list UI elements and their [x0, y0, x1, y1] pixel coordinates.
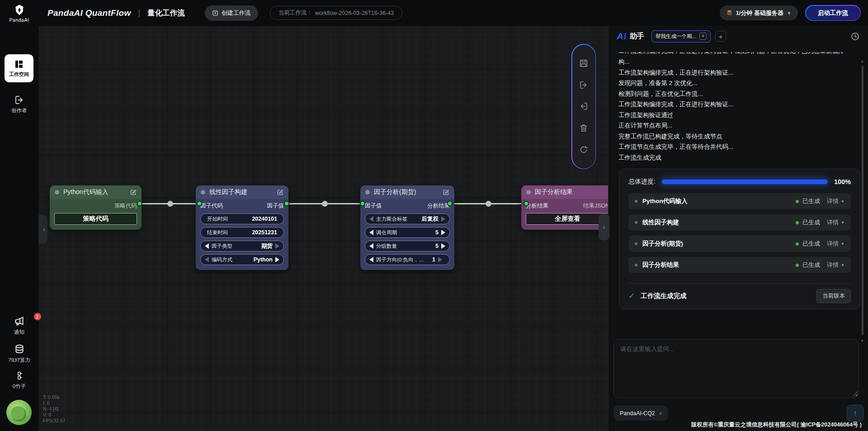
port-in-node4[interactable] [524, 201, 529, 206]
log-line: 正在计算节点布局... [618, 120, 844, 131]
arrow-right-icon[interactable] [441, 216, 445, 222]
app: PandaAI PandaAI QuantFlow | 量化工作流 创建工作流 … [0, 0, 868, 431]
progress-bar [662, 180, 828, 184]
node-header[interactable]: 因子分析结果 [521, 185, 614, 199]
edit-icon[interactable] [277, 189, 283, 196]
status-dot-icon [796, 221, 799, 224]
right-panel-expander[interactable]: › [599, 213, 609, 241]
start-workflow-button[interactable]: 启动工作流 [805, 5, 861, 21]
arrow-left-icon[interactable] [205, 257, 209, 262]
port-out-node2[interactable] [284, 201, 289, 206]
param-value: 5 [435, 243, 439, 249]
param-end-date[interactable]: 结束时间 20251231 [200, 227, 284, 238]
port-in-node3[interactable] [360, 201, 365, 206]
brand-divider: | [138, 8, 141, 18]
output-port-label: 因子值 [267, 202, 284, 210]
arrow-left-icon[interactable] [205, 243, 209, 249]
node-title: 因子分析(期货) [374, 188, 439, 196]
node-status-row: 线性因子构建 已生成 详情▼ [628, 214, 851, 231]
port-out-node3[interactable] [447, 201, 453, 206]
node-status-dot [55, 190, 59, 194]
param-label: 结束时间 [207, 229, 249, 236]
arrow-right-icon[interactable] [438, 257, 442, 262]
conversation-tab[interactable]: 帮我生成一个期... ✕ [651, 30, 711, 43]
refresh-button[interactable] [578, 144, 589, 155]
send-button[interactable]: ↑ [847, 405, 863, 422]
arrow-left-icon[interactable] [369, 243, 373, 249]
detail-button[interactable]: 详情▼ [827, 218, 844, 227]
arrow-right-icon[interactable] [275, 257, 279, 262]
caret-down-icon: ▼ [841, 242, 844, 246]
node-header[interactable]: 线性因子构建 [196, 185, 288, 199]
app-logo[interactable]: PandaAI [0, 0, 38, 26]
current-version-button[interactable]: 当前版本 [816, 289, 851, 303]
close-icon[interactable]: ✕ [699, 33, 707, 40]
database-icon [14, 343, 25, 355]
param-value: Python [254, 256, 273, 263]
port-in-node2[interactable] [197, 201, 202, 206]
fullscreen-view-button[interactable]: 全屏查看 [526, 213, 609, 225]
node-status-text: 已生成 [802, 197, 820, 205]
workspace-icon [14, 59, 24, 70]
node-status-name: 因子分析(期货) [642, 240, 796, 248]
param-value: 20240101 [252, 216, 277, 222]
clock-icon [850, 32, 860, 41]
node-factor-analysis[interactable]: 因子分析(期货) 因子值 分析结果 主力聚合标签 后复权 调仓周期 5 [360, 185, 454, 270]
check-icon: ✓ [628, 291, 635, 301]
param-label: 调仓周期 [376, 229, 433, 236]
question-input[interactable] [613, 339, 859, 398]
param-code-mode[interactable]: 编码方式 Python [200, 254, 284, 265]
stat-line: I: 0 [43, 400, 66, 406]
scrollbar-thumb[interactable] [862, 66, 863, 335]
export-button[interactable] [578, 80, 589, 90]
log-line: 工作流架构编排完成，正在进行架构验证... [618, 67, 844, 78]
import-button[interactable] [578, 101, 589, 112]
strategy-code-button[interactable]: 策略代码 [54, 213, 137, 225]
param-rebalance-period[interactable]: 调仓周期 5 [365, 227, 450, 238]
param-start-date[interactable]: 开始时间 20240101 [200, 213, 284, 224]
edit-icon[interactable] [443, 189, 449, 196]
save-button[interactable] [578, 58, 589, 69]
sidebar-item-creator[interactable]: 创作者 [0, 95, 38, 114]
arrow-right-icon[interactable] [275, 243, 279, 249]
arrow-right-icon[interactable] [441, 230, 445, 235]
create-workflow-button[interactable]: 创建工作流 [205, 5, 258, 21]
param-label: 编码方式 [212, 256, 251, 263]
param-factor-direction[interactable]: 因子方向(0:负向，… 1 [365, 254, 450, 265]
log-line-clipped: 工作流架构编排完成，正在进行架构验证，检测到问题，正在优化，已为您重新编排期货因… [618, 52, 844, 57]
node-header[interactable]: 因子分析(期货) [360, 185, 454, 199]
arrow-right-icon[interactable] [441, 243, 445, 249]
param-value: 1 [432, 256, 435, 263]
panel-scrollbar[interactable]: ▲ ▼ [861, 60, 864, 342]
new-conversation-button[interactable]: + [715, 31, 726, 42]
input-port-label: 分析结果 [526, 202, 548, 210]
port-out-node1[interactable] [137, 201, 142, 206]
delete-button[interactable] [578, 123, 589, 133]
server-select[interactable]: 1/分钟 基础服务器 ▼ [720, 5, 798, 20]
sidebar-item-compute[interactable]: 7937算力 [0, 343, 38, 364]
param-group-count[interactable]: 分组数量 5 [365, 241, 450, 251]
detail-button[interactable]: 详情▼ [827, 240, 844, 248]
arrow-left-icon[interactable] [369, 216, 373, 222]
detail-button[interactable]: 详情▼ [827, 261, 844, 269]
sidebar-item-bamboo[interactable]: 0竹子 [0, 370, 38, 390]
sidebar-item-workspace[interactable]: 工作空间 [5, 54, 33, 82]
scroll-down-icon[interactable]: ▼ [861, 339, 864, 342]
topbar-right: 1/分钟 基础服务器 ▼ 启动工作流 [720, 5, 868, 21]
param-factor-type[interactable]: 因子类型 期货 [200, 241, 284, 251]
node-python-input[interactable]: Python代码输入 策略代码 策略代码 [50, 185, 142, 230]
edge-midpoint-dot [167, 201, 173, 207]
scroll-up-icon[interactable]: ▲ [861, 60, 864, 63]
node-header[interactable]: Python代码输入 [50, 185, 142, 199]
log-line: 工作流生成完成 [618, 152, 844, 163]
edit-icon[interactable] [130, 189, 137, 196]
param-agg-label[interactable]: 主力聚合标签 后复权 [365, 213, 450, 224]
arrow-left-icon[interactable] [369, 257, 373, 262]
node-linear-factor[interactable]: 线性因子构建 因子代码 因子值 开始时间 20240101 结束时间 20251… [196, 185, 288, 270]
history-button[interactable] [850, 32, 860, 41]
user-avatar[interactable] [6, 400, 32, 425]
sidebar-item-notice[interactable]: 2 通知 [0, 315, 38, 336]
arrow-left-icon[interactable] [369, 230, 373, 235]
model-select[interactable]: PandaAI-CQ2 ˅ [613, 406, 668, 421]
detail-button[interactable]: 详情▼ [827, 197, 844, 205]
